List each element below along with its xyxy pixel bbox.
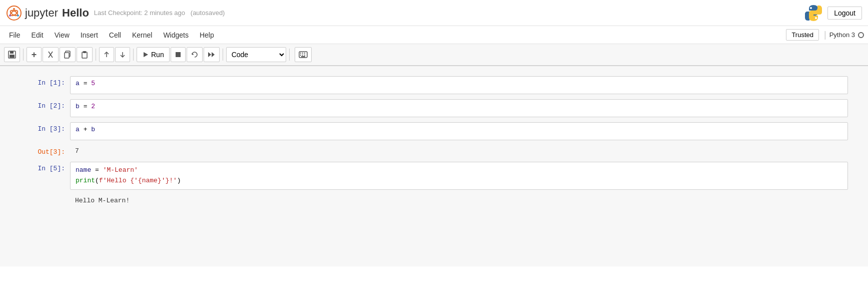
svg-rect-24 [304,53,305,54]
kernel-separator: | [824,30,826,40]
run-button[interactable]: Run [137,47,170,62]
logo-area: jupyter [6,5,62,21]
menubar-right: Trusted | Python 3 [786,29,864,41]
cell-input-2[interactable]: b = 2 [70,99,848,117]
toolbar-sep-5 [289,49,290,61]
menubar: File Edit View Insert Cell Kernel Widget… [0,26,868,44]
code-var-a: a [76,80,80,87]
svg-rect-27 [304,55,305,56]
svg-marker-17 [144,52,148,57]
logout-button[interactable]: Logout [827,7,862,20]
menu-kernel[interactable]: Kernel [127,29,157,41]
svg-rect-9 [10,51,14,54]
code-string-mlearn: 'M-Learn' [103,166,138,174]
cell-input-1[interactable]: a = 5 [70,76,848,94]
keyboard-icon [299,51,308,58]
cut-icon [47,51,55,59]
cell-prompt-2: In [2]: [20,99,70,110]
code-print-keyword: print [76,177,95,184]
save-button[interactable] [4,47,20,62]
menu-cell[interactable]: Cell [104,29,126,41]
run-icon [142,51,149,58]
cell-row-2: In [2]: b = 2 [0,99,868,117]
notebook-container: In [1]: a = 5 In [2]: b = 2 In [3]: a + … [0,66,868,266]
stop-button[interactable] [171,47,186,62]
restart-icon [191,51,199,59]
python-logo-icon [804,4,822,22]
kernel-name-label: Python 3 [829,31,855,39]
trusted-button[interactable]: Trusted [786,29,819,41]
header-right: Logout [804,4,862,22]
add-cell-button[interactable]: + [27,47,42,62]
cell-output-5: Hello M-Learn! [70,195,848,206]
cell-row-3: In [3]: a + b [0,122,868,140]
code-var-a2: a [76,126,80,133]
svg-rect-25 [300,55,301,56]
svg-rect-16 [83,51,86,53]
svg-rect-28 [301,56,305,57]
notebook-title[interactable]: Hello [62,7,89,20]
fast-forward-button[interactable] [204,47,220,62]
cell-input-3[interactable]: a + b [70,122,848,140]
cell-prompt-out5-blank [20,195,70,198]
menu-help[interactable]: Help [195,29,219,41]
code-num-5: 5 [91,80,95,87]
svg-point-4 [9,15,11,17]
paste-button[interactable] [77,47,93,62]
svg-point-6 [810,7,812,9]
move-up-button[interactable] [99,47,114,62]
plus-icon: + [32,50,37,60]
cell-prompt-5: In [5]: [20,162,70,172]
fast-forward-icon [208,51,216,58]
toolbar-sep-4 [223,49,223,61]
cell-input-5[interactable]: name = 'M-Learn' print(f'Hello {'{name}'… [70,162,848,190]
copy-button[interactable] [60,47,76,62]
stop-icon [175,51,182,58]
cut-button[interactable] [43,47,59,62]
cell-type-select[interactable]: Code Markdown Raw NBConvert Heading [226,47,286,62]
svg-marker-19 [208,52,211,57]
cell-prompt-1: In [1]: [20,76,70,87]
svg-point-7 [815,17,817,19]
svg-marker-20 [212,52,215,57]
code-assign-1: = [84,80,92,87]
code-paren-close: ) [177,177,181,184]
jupyter-logo-icon [6,5,22,21]
menu-view[interactable]: View [50,29,75,41]
svg-rect-18 [176,52,181,57]
jupyter-brand-text: jupyter [25,7,58,20]
toolbar: + [0,44,868,66]
code-var-b: b [76,103,80,110]
menu-insert[interactable]: Insert [76,29,103,41]
cell-row-out3: Out[3]: 7 [0,145,868,157]
run-label: Run [151,51,164,59]
keyboard-shortcuts-button[interactable] [295,47,312,62]
toolbar-sep-3 [133,49,134,61]
restart-button[interactable] [187,47,203,62]
arrow-down-icon [119,51,126,58]
cell-output-3: 7 [70,145,848,157]
menu-file[interactable]: File [4,29,26,41]
cell-line-2: print(f'Hello {'{name}'}!') [76,176,842,186]
save-icon [8,51,16,59]
toolbar-sep-1 [23,49,24,61]
kernel-info: | Python 3 [824,30,864,40]
copy-icon [64,51,72,59]
svg-point-3 [13,8,15,10]
move-down-button[interactable] [115,47,130,62]
arrow-up-icon [103,51,110,58]
menu-edit[interactable]: Edit [27,29,49,41]
svg-point-5 [17,15,19,17]
code-assign-5: = [95,166,103,174]
cell-row-5: In [5]: name = 'M-Learn' print(f'Hello {… [0,162,868,190]
code-plus-sign: + [84,126,92,133]
code-var-b2: b [91,126,95,133]
cell-prompt-out3: Out[3]: [20,145,70,156]
svg-rect-22 [300,53,301,54]
code-num-2: 2 [91,103,95,110]
toolbar-sep-2 [96,49,96,61]
svg-rect-26 [302,55,303,56]
header: jupyter Hello Last Checkpoint: 2 minutes… [0,0,868,26]
menu-widgets[interactable]: Widgets [158,29,194,41]
paste-icon [81,51,89,59]
